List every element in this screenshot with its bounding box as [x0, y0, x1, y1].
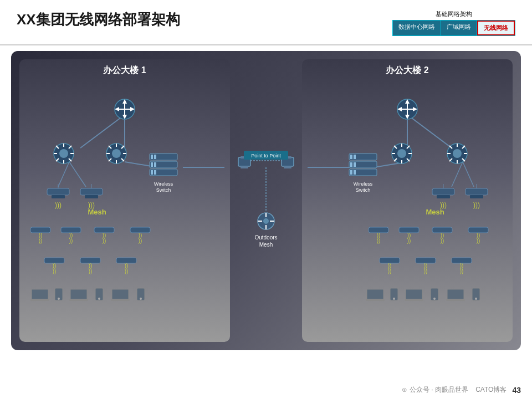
- building2-svg: Wireless Switch ))) ))) Mesh: [302, 76, 513, 342]
- svg-point-14: [59, 149, 68, 158]
- svg-rect-138: [350, 155, 352, 159]
- building-panel-2: 办公大楼 2: [302, 59, 513, 342]
- svg-rect-186: [447, 289, 464, 299]
- svg-point-81: [98, 298, 100, 300]
- svg-rect-154: [470, 195, 483, 198]
- svg-rect-75: [30, 299, 49, 301]
- svg-text:))): ))): [55, 201, 62, 209]
- tab-datacenter[interactable]: 数据中心网络: [393, 21, 441, 35]
- building2-title: 办公大楼 2: [308, 65, 507, 76]
- svg-text:))): ))): [473, 201, 480, 209]
- main-content: 办公大楼 1: [0, 51, 532, 350]
- svg-rect-78: [70, 289, 87, 299]
- header-divider: [0, 44, 532, 45]
- svg-rect-83: [111, 299, 130, 301]
- svg-text:)): )): [125, 268, 129, 274]
- svg-rect-137: [349, 154, 377, 160]
- svg-rect-33: [150, 154, 177, 160]
- svg-text:)): )): [424, 268, 428, 274]
- svg-text:)): )): [388, 268, 392, 274]
- page-title: XX集团无线网络部署架构: [17, 10, 180, 29]
- building1-title: 办公大楼 1: [25, 65, 224, 76]
- svg-rect-144: [350, 170, 352, 175]
- center-column: Point to Point Outdoors Mesh: [236, 59, 296, 342]
- svg-rect-139: [354, 155, 356, 159]
- svg-text:Mesh: Mesh: [88, 208, 106, 216]
- svg-rect-34: [151, 155, 153, 159]
- svg-text:)): )): [139, 238, 142, 244]
- svg-text:)): )): [69, 238, 73, 244]
- svg-rect-148: [432, 188, 454, 195]
- svg-text:)): )): [377, 238, 381, 244]
- svg-rect-50: [85, 195, 98, 198]
- router-icon-1: [115, 99, 135, 119]
- svg-rect-37: [151, 162, 153, 167]
- svg-line-3: [69, 162, 86, 187]
- svg-line-106: [452, 162, 463, 187]
- nav-tabs: 数据中心网络 广域网络 无线网络: [392, 20, 515, 36]
- svg-rect-178: [367, 289, 383, 299]
- footer: ⊙ 公众号 · 肉眼品世界 CATO博客 43: [402, 385, 521, 395]
- svg-text:)): )): [477, 238, 480, 244]
- svg-rect-82: [112, 289, 129, 299]
- svg-rect-88: [241, 166, 248, 168]
- svg-line-0: [80, 115, 125, 148]
- svg-point-85: [140, 298, 142, 300]
- svg-rect-182: [406, 289, 422, 299]
- svg-rect-35: [154, 155, 156, 159]
- svg-text:)): )): [53, 268, 57, 274]
- svg-rect-91: [284, 166, 291, 168]
- page-number: 43: [512, 386, 521, 395]
- nav-box: 基础网络架构 数据中心网络 广域网络 无线网络: [392, 10, 515, 36]
- svg-rect-187: [446, 299, 465, 301]
- svg-text:)): )): [441, 238, 444, 244]
- svg-rect-39: [150, 169, 177, 176]
- svg-rect-48: [80, 188, 103, 195]
- svg-point-189: [475, 298, 477, 300]
- svg-text:)): )): [407, 238, 411, 244]
- svg-rect-145: [354, 170, 356, 175]
- svg-rect-142: [354, 162, 356, 167]
- svg-line-104: [407, 115, 452, 148]
- svg-point-77: [58, 298, 60, 300]
- svg-text:Mesh: Mesh: [426, 208, 444, 216]
- svg-rect-179: [366, 299, 385, 301]
- svg-point-100: [263, 218, 269, 224]
- svg-rect-152: [466, 188, 488, 195]
- svg-rect-140: [349, 161, 377, 168]
- svg-rect-44: [47, 188, 69, 195]
- svg-rect-143: [349, 169, 377, 176]
- svg-text:)): )): [103, 238, 106, 244]
- svg-rect-38: [154, 162, 156, 167]
- svg-rect-40: [151, 170, 153, 175]
- building1-svg: Wireless Switch ))) ))): [19, 76, 230, 342]
- svg-point-128: [453, 149, 462, 158]
- svg-rect-150: [437, 195, 450, 198]
- svg-text:Outdoors: Outdoors: [254, 234, 277, 241]
- svg-text:Mesh: Mesh: [259, 242, 273, 248]
- header: XX集团无线网络部署架构 基础网络架构 数据中心网络 广域网络 无线网络: [0, 0, 532, 42]
- watermark: ⊙ 公众号 · 肉眼品世界 CATO博客: [402, 385, 507, 395]
- tab-wireless[interactable]: 无线网络: [477, 21, 515, 35]
- svg-point-185: [433, 298, 436, 300]
- svg-text:)): )): [89, 268, 93, 274]
- svg-text:Switch: Switch: [156, 187, 171, 193]
- svg-rect-74: [32, 289, 48, 299]
- svg-line-2: [58, 162, 69, 187]
- svg-rect-79: [69, 299, 88, 301]
- wechat-icon: ⊙: [402, 386, 407, 393]
- svg-line-107: [463, 162, 474, 187]
- diagram-container: 办公大楼 1: [11, 51, 521, 350]
- tab-wan[interactable]: 广域网络: [441, 21, 477, 35]
- svg-text:Wireless: Wireless: [154, 181, 173, 187]
- svg-text:Wireless: Wireless: [354, 181, 373, 187]
- svg-rect-41: [154, 170, 156, 175]
- svg-point-181: [393, 298, 395, 300]
- svg-point-24: [112, 149, 121, 158]
- nav-category-label: 基础网络架构: [392, 10, 515, 18]
- svg-rect-141: [350, 162, 352, 167]
- svg-text:Switch: Switch: [356, 187, 371, 193]
- svg-rect-36: [150, 161, 177, 168]
- building-panel-1: 办公大楼 1: [19, 59, 230, 342]
- svg-text:)): )): [460, 268, 464, 274]
